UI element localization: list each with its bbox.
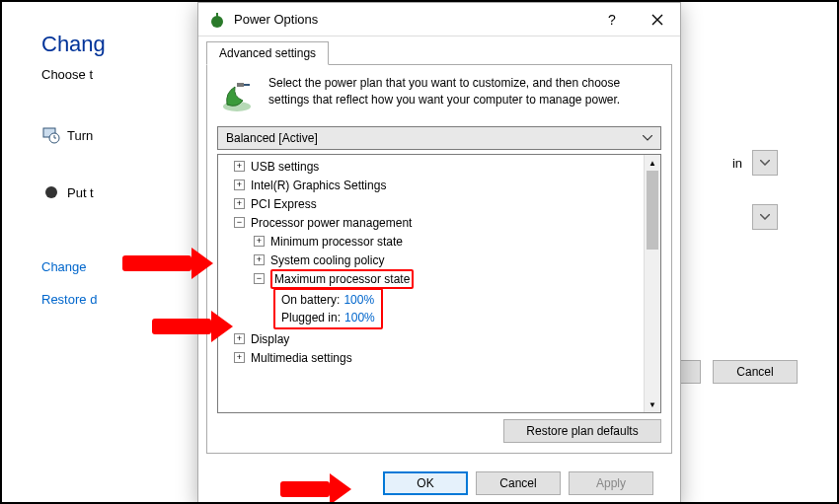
dropdown-toggle-2[interactable] — [752, 204, 778, 230]
scroll-thumb[interactable] — [647, 171, 658, 250]
collapse-icon[interactable]: − — [254, 273, 265, 284]
plan-select-value: Balanced [Active] — [226, 131, 318, 145]
tree-label: Minimum processor state — [270, 235, 403, 249]
value-label: On battery: — [281, 293, 340, 307]
parent-right-label-1: in — [732, 156, 742, 171]
parent-row-turn: Turn — [67, 128, 93, 143]
tree-label: Maximum processor state — [274, 272, 410, 286]
titlebar: Power Options ? — [198, 3, 680, 36]
value-value: 100% — [344, 311, 375, 324]
expand-icon[interactable]: + — [254, 236, 265, 247]
dialog-title: Power Options — [234, 12, 589, 27]
settings-tree: + USB settings + Intel(R) Graphics Setti… — [217, 154, 661, 413]
apply-label: Apply — [596, 476, 626, 490]
expand-icon[interactable]: + — [234, 180, 245, 190]
tree-item-usb[interactable]: + USB settings — [218, 157, 660, 176]
tree-value-on-battery[interactable]: On battery: 100% — [277, 291, 379, 309]
tree-value-plugged-in[interactable]: Plugged in: 100% — [277, 309, 379, 326]
power-options-icon — [208, 11, 226, 29]
plan-select[interactable]: Balanced [Active] — [217, 126, 661, 150]
tree-label: PCI Express — [251, 197, 317, 211]
power-options-dialog: Power Options ? Advanced settings Select… — [197, 2, 681, 504]
tree-item-min-processor[interactable]: + Minimum processor state — [218, 232, 660, 251]
power-plan-icon — [217, 75, 257, 114]
expand-icon[interactable]: + — [234, 161, 245, 172]
ok-button[interactable]: OK — [383, 471, 468, 495]
expand-icon[interactable]: + — [234, 333, 245, 344]
expand-icon[interactable]: + — [234, 352, 245, 363]
tabstrip: Advanced settings — [198, 36, 680, 64]
tree-value-group: On battery: 100% Plugged in: 100% — [218, 288, 660, 329]
tree-label: System cooling policy — [270, 253, 384, 267]
scroll-up-icon[interactable]: ▲ — [645, 155, 660, 171]
tree-item-display[interactable]: + Display — [218, 329, 660, 348]
tab-content: Select the power plan that you want to c… — [206, 64, 672, 454]
svg-rect-4 — [216, 13, 218, 18]
restore-defaults-label: Restore plan defaults — [526, 424, 638, 438]
tree-label: Processor power management — [251, 216, 412, 230]
help-button[interactable]: ? — [589, 4, 635, 36]
expand-icon[interactable]: + — [254, 254, 265, 265]
scroll-down-icon[interactable]: ▼ — [645, 396, 660, 412]
dialog-description: Select the power plan that you want to c… — [268, 75, 661, 114]
tree-label: Multimedia settings — [251, 351, 352, 365]
ok-label: OK — [417, 476, 433, 490]
tree-item-max-processor[interactable]: − Maximum processor state — [218, 269, 660, 288]
parent-cancel-label: Cancel — [736, 365, 773, 379]
tree-label: Display — [251, 332, 289, 346]
tree-item-intel-graphics[interactable]: + Intel(R) Graphics Settings — [218, 176, 660, 194]
tab-advanced-settings[interactable]: Advanced settings — [206, 41, 329, 65]
collapse-icon[interactable]: − — [234, 217, 245, 228]
tree-label: Intel(R) Graphics Settings — [251, 179, 386, 192]
tab-label: Advanced settings — [219, 46, 316, 60]
chevron-down-icon — [643, 135, 652, 141]
dropdown-toggle-1[interactable] — [752, 150, 778, 176]
close-button[interactable] — [635, 4, 680, 36]
expand-icon[interactable]: + — [234, 198, 245, 209]
annotation-arrow — [122, 248, 213, 279]
tree-label: USB settings — [251, 160, 319, 174]
apply-button: Apply — [569, 471, 653, 495]
value-label: Plugged in: — [281, 311, 341, 324]
value-value: 100% — [343, 293, 374, 307]
cancel-label: Cancel — [499, 476, 536, 490]
restore-defaults-button[interactable]: Restore plan defaults — [503, 419, 661, 443]
tree-scrollbar[interactable]: ▲ ▼ — [644, 155, 660, 412]
annotation-arrow — [152, 311, 233, 342]
monitor-clock-icon — [41, 125, 61, 145]
dialog-footer: OK Cancel Apply — [198, 462, 680, 504]
annotation-arrow — [280, 473, 351, 504]
tree-item-processor-power[interactable]: − Processor power management — [218, 213, 660, 232]
parent-row-put: Put t — [67, 185, 94, 200]
svg-rect-6 — [237, 83, 244, 87]
cancel-button[interactable]: Cancel — [476, 471, 561, 495]
tree-item-pci-express[interactable]: + PCI Express — [218, 194, 660, 213]
parent-cancel-button[interactable]: Cancel — [713, 360, 798, 384]
svg-point-2 — [45, 186, 57, 198]
tree-item-cooling-policy[interactable]: + System cooling policy — [218, 251, 660, 269]
tree-item-multimedia[interactable]: + Multimedia settings — [218, 348, 660, 367]
sleep-moon-icon — [41, 182, 61, 202]
